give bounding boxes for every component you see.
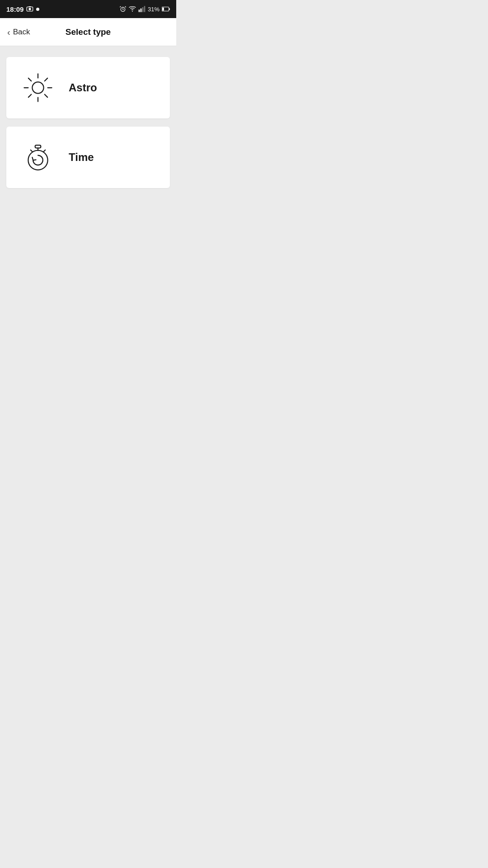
back-label: Back: [13, 28, 30, 37]
status-time: 18:09: [6, 5, 23, 13]
svg-rect-5: [139, 9, 140, 12]
svg-line-20: [28, 94, 31, 97]
svg-point-12: [32, 82, 43, 93]
svg-rect-11: [162, 8, 164, 11]
svg-point-4: [132, 11, 133, 12]
wifi-icon: [129, 5, 136, 13]
battery-icon: [162, 6, 170, 12]
svg-line-18: [45, 94, 47, 97]
time-option-card[interactable]: Time: [6, 127, 170, 188]
time-label: Time: [69, 151, 94, 164]
svg-rect-6: [141, 9, 142, 12]
main-content: Astro Time: [0, 46, 176, 199]
svg-rect-7: [142, 7, 144, 12]
svg-line-17: [28, 78, 31, 81]
back-arrow-icon: ‹: [7, 28, 10, 37]
back-button[interactable]: ‹ Back: [7, 28, 30, 37]
svg-line-19: [45, 78, 47, 81]
alarm-icon: [119, 5, 127, 13]
svg-rect-10: [169, 8, 170, 10]
svg-line-25: [43, 150, 46, 152]
status-bar: 18:09: [0, 0, 176, 18]
svg-rect-8: [144, 6, 145, 12]
page-title: Select type: [66, 27, 111, 37]
astro-option-card[interactable]: Astro: [6, 57, 170, 118]
status-right: 31%: [119, 5, 170, 13]
notification-dot: [36, 8, 39, 11]
battery-label: 31%: [148, 6, 160, 13]
svg-point-21: [28, 151, 47, 170]
status-left: 18:09: [6, 5, 39, 13]
svg-line-24: [31, 150, 33, 152]
astro-label: Astro: [69, 81, 97, 94]
svg-point-1: [29, 8, 31, 10]
photo-icon: [26, 5, 33, 13]
timer-icon: [20, 139, 56, 175]
nav-bar: ‹ Back Select type: [0, 18, 176, 46]
sun-icon: [20, 70, 56, 106]
svg-rect-2: [29, 6, 31, 7]
signal-icon: [138, 5, 145, 13]
